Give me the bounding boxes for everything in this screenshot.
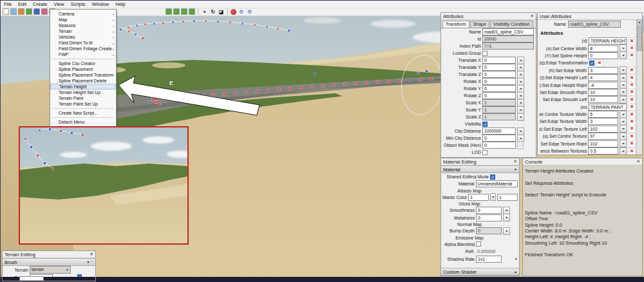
tab-visibility-condition[interactable]: Visibility Condition <box>490 21 533 28</box>
new-file-icon[interactable] <box>3 8 9 15</box>
foliage-erase-icon[interactable] <box>189 8 195 15</box>
console-output[interactable]: Terrain Height Attributes Created Set Re… <box>523 165 642 260</box>
tab-transform[interactable]: Transform <box>442 21 469 28</box>
render-settings-icon[interactable]: ⚙ <box>238 8 245 15</box>
input-field[interactable]: 1 <box>497 194 518 201</box>
input-field[interactable]: 0 <box>476 207 502 214</box>
scroll-up-icon[interactable]: ▲ <box>637 19 642 26</box>
foliage-add-icon[interactable] <box>173 8 180 15</box>
input-field[interactable]: 0 <box>476 227 502 234</box>
delete-attribute-button[interactable]: ✕ <box>628 111 636 118</box>
input-field[interactable]: 8 <box>588 45 618 52</box>
spline-point[interactable] <box>39 129 41 131</box>
input-field[interactable]: 3 <box>588 67 618 74</box>
input-field[interactable]: 0.5 <box>588 147 618 155</box>
delete-attribute-button[interactable]: ✕ <box>628 52 636 59</box>
input-field[interactable]: 4 <box>588 74 618 81</box>
menu-item-vehicles[interactable]: Vehicles› <box>50 34 116 40</box>
spline-point[interactable] <box>82 134 84 136</box>
spline-point[interactable] <box>49 128 51 130</box>
menu-item-field-dimen-foliage-create[interactable]: Field Dimen Foliage Create› <box>50 46 116 52</box>
refresh-icon[interactable] <box>26 8 32 15</box>
menu-item-terrain-height[interactable]: Terrain Height <box>50 84 116 89</box>
menu-item-camera[interactable]: Camera› <box>50 11 116 17</box>
delete-attribute-button[interactable]: ✕ <box>628 44 636 52</box>
spline-point[interactable] <box>24 138 26 140</box>
world-settings-icon[interactable]: ⚙ <box>246 8 253 15</box>
input-field[interactable]: 0 <box>482 135 516 142</box>
input-field[interactable]: 0 <box>482 85 516 92</box>
delete-attribute-button[interactable]: ✕ <box>628 66 636 74</box>
delete-attribute-button[interactable]: ✕ <box>628 96 636 104</box>
menu-item-create-new-script[interactable]: Create New Script... <box>50 110 116 116</box>
close-icon[interactable]: ✕ <box>636 158 640 165</box>
delete-attribute-button[interactable]: ✕ <box>628 133 636 140</box>
delete-attribute-button[interactable]: ✕ <box>628 118 636 126</box>
input-field[interactable]: 0 <box>482 71 516 78</box>
inset-viewport[interactable] <box>19 126 189 245</box>
scale-tool-icon[interactable]: ◪ <box>218 8 225 15</box>
menubar-item-scripts[interactable]: Scripts <box>68 1 89 8</box>
menu-item-detach-menu[interactable]: Detach Menu <box>50 119 116 125</box>
spline-point[interactable] <box>30 146 32 148</box>
menu-item-terrain-paint[interactable]: Terrain Paint <box>50 95 116 101</box>
spinner-buttons[interactable]: ◂▸ <box>620 96 627 104</box>
rotate-tool-icon[interactable]: ↻ <box>209 8 216 15</box>
open-folder-icon[interactable] <box>10 8 17 15</box>
checkbox[interactable] <box>482 122 488 127</box>
input-field[interactable]: road01_spline_CSV <box>482 28 534 35</box>
menu-item-terrain-paint-set-up[interactable]: Terrain Paint Set Up <box>50 101 116 107</box>
spinner-buttons[interactable]: ◂▸ <box>490 193 496 201</box>
input-field[interactable]: 10 <box>588 96 618 103</box>
foliage-replace-icon[interactable] <box>181 8 187 15</box>
checkbox[interactable] <box>482 51 488 56</box>
spinner-buttons[interactable]: ◂▸ <box>503 214 510 221</box>
input-field[interactable]: 1 <box>482 113 516 120</box>
spinner-buttons[interactable]: ◂▸ <box>620 111 627 118</box>
shared-editing-checkbox[interactable] <box>490 174 495 180</box>
input-field[interactable]: 0 <box>476 214 502 221</box>
input-field[interactable]: 97 <box>588 133 618 140</box>
input-field[interactable]: TERRAIN HEIGHT <box>589 37 627 44</box>
clipped-dropdown[interactable] <box>19 276 44 281</box>
menu-item-spline-placement-transform[interactable]: Spline Placement Transform <box>50 72 116 78</box>
save-disk-icon[interactable] <box>33 8 40 15</box>
input-field[interactable]: 0 <box>482 57 516 64</box>
input-field[interactable]: TERRAIN PAINT <box>589 104 627 111</box>
menu-item-spline-csv-creator[interactable]: Spline Csv Creator <box>50 61 116 66</box>
spinner-buttons[interactable]: ◂▸ <box>503 227 510 235</box>
menu-item-terrain[interactable]: Terrain› <box>50 28 116 34</box>
input-field[interactable]: UnnamedMaterial <box>476 180 518 187</box>
menu-item-spline-placement-delete[interactable]: Spline Placement Delete <box>50 78 116 84</box>
spinner-buttons[interactable]: ◂▸ <box>517 113 524 121</box>
menu-item-terrain-height-set-up[interactable]: Terrain Height Set Up <box>50 89 116 95</box>
more-button[interactable]: … <box>517 142 524 149</box>
menubar-item-file[interactable]: File <box>1 1 15 8</box>
filter-icon[interactable]: ▼ ⌃ <box>86 260 93 264</box>
input-field[interactable]: 1 <box>468 194 489 201</box>
input-field[interactable]: 0 <box>482 142 516 149</box>
menu-item-field-dimen-to-m[interactable]: Field Dimen To M› <box>50 40 116 46</box>
spline-point[interactable] <box>52 168 54 170</box>
brush-section-bar[interactable]: Brush ▼ ⌃ <box>3 258 95 266</box>
delete-attribute-button[interactable]: ✕ <box>628 103 636 111</box>
spinner-buttons[interactable]: ◂▸ <box>503 207 510 214</box>
menubar-item-edit[interactable]: Edit <box>15 1 30 8</box>
input-field[interactable]: 0 <box>482 92 516 99</box>
spinner-buttons[interactable]: ◂▸ <box>620 52 627 59</box>
input-field[interactable]: 3 <box>588 118 618 125</box>
spline-point[interactable] <box>71 132 73 134</box>
spinner-buttons[interactable]: ◂▸ <box>620 66 627 74</box>
close-icon[interactable]: ✕ <box>530 13 534 19</box>
delete-attribute-button[interactable]: ✕ <box>628 125 636 133</box>
checkbox[interactable] <box>589 61 594 66</box>
input-field[interactable]: 0 <box>588 52 618 59</box>
import-icon[interactable] <box>18 8 24 15</box>
menu-item-map[interactable]: Map› <box>50 17 116 23</box>
foliage-paint-icon[interactable] <box>166 8 172 15</box>
menubar-item-help[interactable]: Help <box>112 1 128 8</box>
close-icon[interactable]: ✕ <box>90 251 93 258</box>
spline-point[interactable] <box>44 162 46 164</box>
spline-point[interactable] <box>37 155 39 156</box>
spinner-buttons[interactable]: ◂▸ <box>620 118 627 126</box>
